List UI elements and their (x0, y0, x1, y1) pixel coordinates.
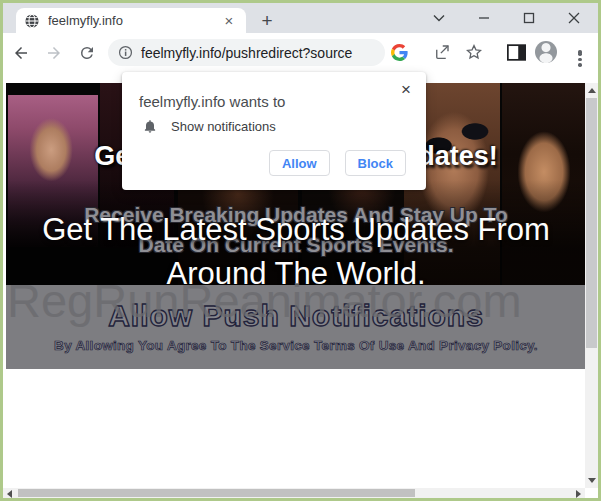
bell-icon (142, 118, 158, 134)
menu-dots-icon[interactable] (565, 37, 595, 67)
browser-tab[interactable]: feelmyfly.info × (16, 8, 246, 33)
tab-close-icon[interactable]: × (220, 12, 238, 30)
scroll-up-arrow-icon[interactable] (588, 88, 596, 93)
horizontal-scrollbar[interactable] (3, 488, 585, 498)
scroll-right-arrow-icon[interactable] (576, 490, 581, 498)
site-info-icon[interactable] (118, 45, 133, 60)
profile-avatar[interactable] (531, 37, 561, 67)
browser-window: feelmyfly.info × + (0, 0, 601, 501)
window-controls (416, 3, 596, 33)
notification-permission-popup: × feelmyfly.info wants to Show notificat… (122, 72, 426, 190)
main-headline-line1: Get The Latest Sports Updates From (6, 212, 586, 248)
close-window-button[interactable] (551, 3, 596, 33)
popup-buttons: Allow Block (269, 150, 406, 176)
address-bar[interactable]: feelmyfly.info/pushredirect?source (108, 39, 385, 66)
bookmark-star-icon[interactable] (459, 37, 489, 67)
vertical-scrollbar[interactable] (585, 83, 598, 488)
reload-button[interactable] (72, 38, 102, 68)
globe-favicon-icon (24, 13, 40, 29)
tab-search-chevron-icon[interactable] (416, 3, 461, 33)
new-tab-button[interactable]: + (255, 9, 279, 33)
forward-button[interactable] (39, 38, 69, 68)
url-text: feelmyfly.info/pushredirect?source (141, 45, 352, 61)
navigation-toolbar: feelmyfly.info/pushredirect?source (3, 33, 598, 72)
side-panel-icon[interactable] (501, 37, 531, 67)
back-button[interactable] (6, 38, 36, 68)
share-icon[interactable] (427, 37, 457, 67)
scroll-left-arrow-icon[interactable] (7, 490, 12, 498)
popup-title: feelmyfly.info wants to (139, 93, 285, 110)
block-button[interactable]: Block (345, 150, 406, 176)
vertical-scroll-thumb[interactable] (586, 98, 597, 348)
maximize-button[interactable] (506, 3, 551, 33)
watermark-text: RegRunReanimator.com (7, 273, 522, 328)
tab-title: feelmyfly.info (48, 13, 220, 28)
banner-terms: By Allowing You Agree To The Service Ter… (6, 338, 586, 353)
permission-text: Show notifications (171, 119, 276, 134)
scroll-down-arrow-icon[interactable] (588, 478, 596, 483)
allow-button[interactable]: Allow (269, 150, 330, 176)
horizontal-scroll-thumb[interactable] (18, 489, 415, 497)
google-extension-icon[interactable] (384, 37, 414, 67)
minimize-button[interactable] (461, 3, 506, 33)
popup-close-icon[interactable]: × (396, 80, 416, 100)
tab-strip: feelmyfly.info × + (3, 3, 598, 33)
popup-permission-row: Show notifications (142, 118, 276, 134)
